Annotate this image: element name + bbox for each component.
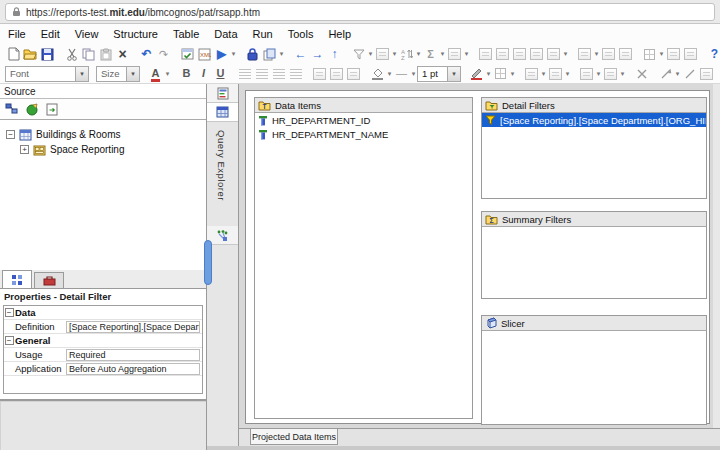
filter-icon[interactable]: [350, 46, 367, 62]
collapse-icon[interactable]: −: [6, 130, 15, 139]
italic-icon[interactable]: I: [195, 66, 212, 82]
menu-structure[interactable]: Structure: [113, 28, 158, 40]
data-item-row[interactable]: HR_DEPARTMENT_ID: [255, 113, 472, 127]
property-value[interactable]: Required: [66, 349, 200, 361]
expand-icon[interactable]: +: [20, 145, 29, 154]
property-row-usage[interactable]: Usage Required: [4, 348, 202, 362]
query-explorer-label: Query Explorer: [216, 130, 227, 201]
lock-icon-toolbar[interactable]: [244, 46, 261, 62]
save-icon[interactable]: [39, 46, 56, 62]
pane-tabs: [0, 270, 206, 289]
xml-icon[interactable]: XML: [196, 46, 213, 62]
page-layout-icon: [545, 46, 562, 62]
lock-icon: [12, 7, 21, 17]
help-icon[interactable]: ?: [706, 46, 720, 62]
collapse-icon[interactable]: −: [5, 308, 14, 317]
back-icon[interactable]: ←: [292, 46, 309, 62]
detail-filter-row[interactable]: [Space Reporting].[Space Department].[OR…: [482, 113, 706, 127]
property-label: Usage: [14, 349, 66, 360]
paste-icon[interactable]: [97, 46, 114, 62]
layers-caret-icon[interactable]: ▾: [278, 50, 285, 58]
font-color-caret-icon[interactable]: ▾: [164, 70, 171, 78]
fill-color-caret-icon[interactable]: ▾: [386, 70, 393, 78]
detail-filters-icon: [485, 100, 498, 111]
up-icon[interactable]: ↑: [326, 46, 343, 62]
data-item-row[interactable]: HR_DEPARTMENT_NAME: [255, 127, 472, 141]
pick-style-icon: [657, 66, 674, 82]
refresh-source-icon[interactable]: [46, 103, 58, 116]
copy-icon[interactable]: [80, 46, 97, 62]
tree-node-space-reporting[interactable]: + Space Reporting: [0, 142, 206, 157]
page-break-icon: [528, 46, 545, 62]
align-justify-icon: [287, 66, 304, 82]
menu-view[interactable]: View: [75, 28, 99, 40]
layers-icon[interactable]: [261, 46, 278, 62]
tree-node-buildings-rooms[interactable]: − Buildings & Rooms: [0, 127, 206, 142]
property-row-definition[interactable]: Definition [Space Reporting].[Space Depa…: [4, 320, 202, 334]
line-style-caret-icon[interactable]: ▾: [410, 70, 417, 78]
border-width-select[interactable]: 1 pt▾: [417, 66, 461, 82]
sort-icon: AZ: [398, 46, 415, 62]
redo-icon: ↷: [155, 46, 172, 62]
borders-caret-icon[interactable]: ▾: [509, 70, 516, 78]
run-icon[interactable]: ▶: [213, 46, 230, 62]
menu-help[interactable]: Help: [328, 28, 351, 40]
projected-data-items-tab[interactable]: Projected Data Items: [250, 429, 338, 445]
collapse-icon[interactable]: −: [5, 336, 14, 345]
tab-source[interactable]: [2, 270, 32, 288]
ungroup-icon: [617, 46, 634, 62]
source-tree: − Buildings & Rooms + Space Reporting: [0, 121, 206, 270]
menu-data[interactable]: Data: [214, 28, 237, 40]
apply-style-icon: [681, 66, 698, 82]
menu-run[interactable]: Run: [253, 28, 273, 40]
indent-caret-icon: ▾: [540, 70, 547, 78]
property-row-application[interactable]: Application Before Auto Aggregation: [4, 362, 202, 376]
workspace-bottom-bar: Projected Data Items: [239, 428, 720, 446]
data-item-label: HR_DEPARTMENT_ID: [272, 115, 370, 126]
property-value[interactable]: [Space Reporting].[Space Department]...: [66, 321, 200, 333]
property-group-data[interactable]: − Data: [4, 306, 202, 320]
page-explorer-tab[interactable]: [207, 84, 238, 103]
query-explorer-tab[interactable]: [207, 103, 238, 122]
bold-icon[interactable]: B: [178, 66, 195, 82]
new-icon[interactable]: [5, 46, 22, 62]
copy-style-caret-icon: ▾: [619, 70, 626, 78]
border-color-icon[interactable]: [468, 66, 485, 82]
forward-icon[interactable]: →: [309, 46, 326, 62]
menu-table[interactable]: Table: [173, 28, 199, 40]
model-view-icon[interactable]: [5, 103, 19, 115]
suppress-caret-icon: ▾: [391, 50, 398, 58]
menu-tools[interactable]: Tools: [288, 28, 314, 40]
tab-toolbox[interactable]: [34, 272, 64, 288]
delete-icon[interactable]: ×: [114, 46, 131, 62]
properties-pane-title: Properties - Detail Filter: [0, 289, 206, 304]
projected-data-items-label: Projected Data Items: [252, 432, 336, 442]
menu-file[interactable]: File: [8, 28, 26, 40]
edit-package-icon[interactable]: [26, 103, 39, 116]
fill-color-icon[interactable]: [369, 66, 386, 82]
validate-icon[interactable]: [179, 46, 196, 62]
property-group-general[interactable]: − General: [4, 334, 202, 348]
property-value[interactable]: Before Auto Aggregation: [66, 363, 200, 375]
filter-caret-icon[interactable]: ▾: [367, 50, 374, 58]
browser-address-bar: https://reports-test.mit.edu/ibmcognos/p…: [0, 0, 720, 24]
borders-icon[interactable]: [492, 66, 509, 82]
font-select[interactable]: Font▾: [5, 66, 89, 82]
line-style-icon[interactable]: —: [393, 66, 410, 82]
table-icon: [494, 46, 511, 62]
window-bottom-edge: [207, 446, 720, 450]
vertical-splitter-handle[interactable]: [204, 240, 212, 285]
clear-style-icon: [633, 66, 650, 82]
query-explorer-icon: [216, 106, 229, 118]
undo-icon[interactable]: ↶: [138, 46, 155, 62]
underline-icon[interactable]: U: [212, 66, 229, 82]
run-options-caret-icon[interactable]: ▾: [230, 50, 237, 58]
menu-edit[interactable]: Edit: [41, 28, 60, 40]
url-field[interactable]: https://reports-test.mit.edu/ibmcognos/p…: [5, 3, 715, 21]
open-icon[interactable]: [22, 46, 39, 62]
filter-item-icon: [485, 115, 496, 126]
font-color-icon[interactable]: A: [147, 66, 164, 82]
cut-icon[interactable]: [63, 46, 80, 62]
border-color-caret-icon[interactable]: ▾: [485, 70, 492, 78]
font-size-select[interactable]: Size▾: [96, 66, 140, 82]
